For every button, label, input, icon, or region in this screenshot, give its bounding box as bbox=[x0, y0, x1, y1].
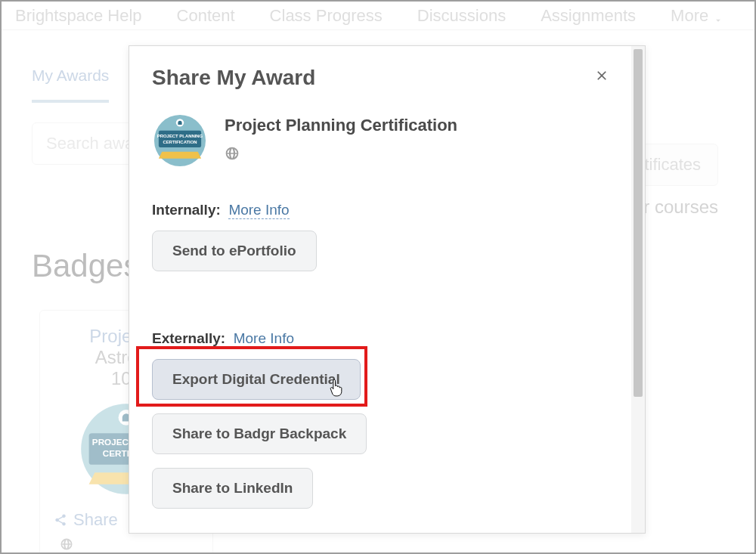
share-icon bbox=[54, 513, 67, 527]
scrollbar-thumb[interactable] bbox=[634, 49, 643, 397]
externally-section: Externally: More Info bbox=[152, 330, 609, 347]
nav-assignments[interactable]: Assignments bbox=[541, 6, 636, 26]
top-nav: Brightspace Help Content Class Progress … bbox=[2, 2, 754, 30]
award-title: Project Planning Certification bbox=[225, 116, 457, 135]
modal-title: Share My Award bbox=[152, 66, 609, 90]
close-button[interactable] bbox=[590, 64, 613, 87]
share-award-modal: Share My Award PROJECT PLANNING CERTIFIC… bbox=[129, 45, 646, 534]
chevron-down-icon bbox=[713, 11, 723, 21]
nav-progress[interactable]: Class Progress bbox=[270, 6, 383, 26]
externally-label: Externally: bbox=[152, 330, 225, 346]
nav-discussions[interactable]: Discussions bbox=[417, 6, 506, 26]
share-to-linkedin-button[interactable]: Share to LinkedIn bbox=[152, 468, 313, 509]
nav-help[interactable]: Brightspace Help bbox=[15, 6, 142, 26]
internally-section: Internally: More Info bbox=[152, 202, 609, 218]
internally-more-info-link[interactable]: More Info bbox=[228, 202, 289, 219]
nav-more-label: More bbox=[671, 6, 708, 26]
close-icon bbox=[594, 68, 609, 83]
svg-text:CERTIFICATION: CERTIFICATION bbox=[163, 140, 197, 144]
svg-text:PROJECT PLANNING: PROJECT PLANNING bbox=[157, 134, 203, 138]
nav-content[interactable]: Content bbox=[177, 6, 235, 26]
tab-my-awards[interactable]: My Awards bbox=[32, 67, 109, 103]
award-badge-image: PROJECT PLANNING CERTIFICATION bbox=[152, 113, 208, 169]
externally-more-info-link[interactable]: More Info bbox=[234, 330, 294, 348]
svg-marker-10 bbox=[159, 152, 201, 159]
modal-scrollbar[interactable] bbox=[631, 46, 645, 533]
internally-label: Internally: bbox=[152, 202, 221, 218]
nav-more[interactable]: More bbox=[671, 6, 723, 26]
share-to-badgr-button[interactable]: Share to Badgr Backpack bbox=[152, 413, 367, 454]
badge-share-label: Share bbox=[73, 510, 118, 530]
export-digital-credential-button[interactable]: Export Digital Credential bbox=[152, 359, 361, 400]
globe-icon bbox=[46, 537, 206, 554]
public-icon bbox=[225, 146, 457, 164]
send-to-eportfolio-button[interactable]: Send to ePortfolio bbox=[152, 231, 317, 271]
scrollbar-track[interactable] bbox=[631, 400, 645, 533]
other-courses-text: er courses bbox=[634, 197, 718, 218]
